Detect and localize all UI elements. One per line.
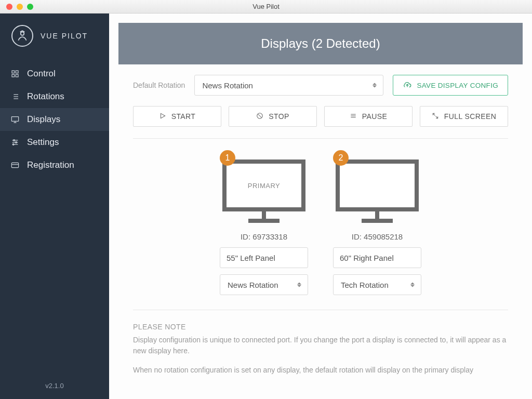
svg-rect-20 <box>11 163 18 167</box>
sidebar: VUE PILOT Control Rotations Displays <box>0 14 109 399</box>
pause-button[interactable]: PAUSE <box>324 106 413 127</box>
monitor-graphic: 1 PRIMARY <box>220 150 308 223</box>
display-id: ID: 459085218 <box>333 232 421 241</box>
fullscreen-button[interactable]: FULL SCREEN <box>420 106 508 127</box>
chevron-updown-icon <box>373 83 377 88</box>
default-rotation-label: Default Rotation <box>133 81 185 89</box>
primary-label: PRIMARY <box>248 182 281 190</box>
display-name-input[interactable] <box>333 247 421 268</box>
sidebar-item-settings[interactable]: Settings <box>0 131 109 154</box>
svg-rect-11 <box>11 117 18 122</box>
display-number-badge: 1 <box>220 150 235 166</box>
chevron-updown-icon <box>410 283 415 287</box>
monitor-stand-icon <box>375 211 379 219</box>
brand-name: VUE PILOT <box>41 32 88 40</box>
default-rotation-row: Default Rotation News Rotation SAVE DISP… <box>133 75 508 96</box>
svg-rect-1 <box>12 71 15 73</box>
brand: VUE PILOT <box>0 14 109 58</box>
default-rotation-select[interactable]: News Rotation <box>194 75 383 96</box>
display-rotation-value: Tech Rotation <box>341 281 389 289</box>
display-number-badge: 2 <box>333 150 349 166</box>
brand-logo-icon <box>11 25 33 47</box>
display-rotation-value: News Rotation <box>228 281 278 289</box>
default-rotation-value: News Rotation <box>202 81 253 90</box>
window-title: Vue Pilot <box>252 3 280 10</box>
main-content: Displays (2 Detected) Default Rotation N… <box>109 14 532 399</box>
note-block: PLEASE NOTE Display configuration is uni… <box>133 322 508 376</box>
divider <box>133 138 508 139</box>
note-title: PLEASE NOTE <box>133 322 508 332</box>
svg-marker-22 <box>161 113 165 118</box>
display-name-input[interactable] <box>220 247 308 268</box>
svg-rect-3 <box>12 74 15 77</box>
sidebar-item-label: Control <box>27 69 56 79</box>
sidebar-item-registration[interactable]: Registration <box>0 154 109 177</box>
sidebar-nav: Control Rotations Displays Settings <box>0 62 109 177</box>
svg-point-0 <box>21 32 24 35</box>
pause-icon <box>350 112 357 121</box>
display-card: 1 PRIMARY ID: 69733318 News Rotation <box>220 150 308 295</box>
display-rotation-select[interactable]: News Rotation <box>220 274 308 295</box>
grid-icon <box>10 69 20 78</box>
pause-label: PAUSE <box>362 112 387 121</box>
window-zoom-icon[interactable] <box>27 4 33 10</box>
version-label: v2.1.0 <box>0 373 109 399</box>
start-label: START <box>171 112 196 121</box>
cloud-upload-icon <box>403 80 412 91</box>
monitor-icon <box>10 115 20 124</box>
display-rotation-select[interactable]: Tech Rotation <box>333 274 421 295</box>
sidebar-item-displays[interactable]: Displays <box>0 108 109 131</box>
sidebar-item-label: Rotations <box>27 91 64 102</box>
displays-row: 1 PRIMARY ID: 69733318 News Rotation <box>133 150 508 295</box>
save-button-label: SAVE DISPLAY CONFIG <box>417 82 499 89</box>
display-card: 2 ID: 459085218 Tech Rotation <box>333 150 421 295</box>
fullscreen-icon <box>432 112 439 121</box>
divider <box>133 310 508 310</box>
monitor-icon: PRIMARY <box>222 159 305 211</box>
sidebar-item-control[interactable]: Control <box>0 62 109 85</box>
sidebar-item-label: Registration <box>27 160 74 170</box>
monitor-stand-icon <box>262 211 266 219</box>
save-display-config-button[interactable]: SAVE DISPLAY CONFIG <box>393 75 509 96</box>
note-paragraph: When no rotation configuration is set on… <box>133 365 508 376</box>
monitor-base-icon <box>248 219 280 223</box>
svg-rect-4 <box>16 74 18 77</box>
action-row: START STOP PAUSE FULL SCREEN <box>133 106 508 127</box>
card-icon <box>10 161 20 170</box>
window-minimize-icon[interactable] <box>17 4 23 10</box>
sidebar-item-label: Settings <box>27 137 59 148</box>
stop-label: STOP <box>269 112 289 121</box>
page-title: Displays (2 Detected) <box>118 23 523 64</box>
window-titlebar: Vue Pilot <box>0 0 532 14</box>
svg-rect-2 <box>16 71 18 73</box>
list-icon <box>10 92 20 101</box>
play-icon <box>159 112 166 121</box>
chevron-updown-icon <box>297 283 301 287</box>
start-button[interactable]: START <box>133 106 221 127</box>
svg-line-24 <box>258 114 262 117</box>
monitor-icon <box>336 159 419 211</box>
sidebar-item-rotations[interactable]: Rotations <box>0 85 109 108</box>
monitor-base-icon <box>362 219 393 223</box>
fullscreen-label: FULL SCREEN <box>444 112 496 121</box>
monitor-graphic: 2 <box>333 150 421 223</box>
stop-icon <box>256 112 263 121</box>
stop-button[interactable]: STOP <box>229 106 317 127</box>
window-close-icon[interactable] <box>6 4 12 10</box>
display-id: ID: 69733318 <box>220 232 308 241</box>
sliders-icon <box>10 138 20 147</box>
note-paragraph: Display configuration is unique to conne… <box>133 335 508 356</box>
sidebar-item-label: Displays <box>27 114 60 125</box>
